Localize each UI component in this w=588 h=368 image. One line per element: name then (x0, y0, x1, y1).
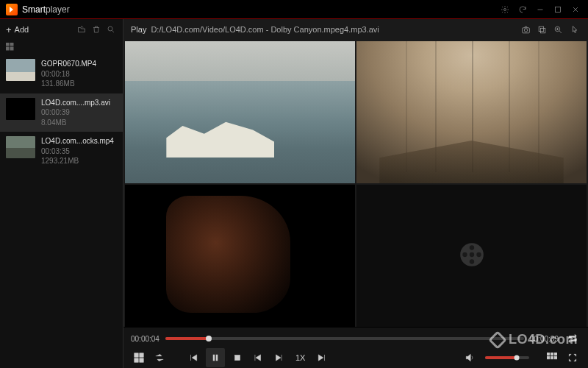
playlist-item[interactable]: GOPR0670.MP4 00:00:18 131.86MB (0, 54, 123, 93)
copy-icon[interactable] (535, 23, 548, 36)
playlist-item-duration: 00:00:18 (41, 69, 96, 79)
video-grid (123, 40, 588, 327)
playlist-item[interactable]: LO4D.com...ocks.mp4 00:03:35 1293.21MB (0, 132, 123, 171)
svg-rect-1 (556, 7, 561, 12)
prev-button[interactable] (185, 350, 201, 366)
import-folder-icon[interactable] (76, 24, 87, 35)
svg-rect-4 (10, 43, 13, 46)
transport-bar: 00:00:04 00:00:39 1X (123, 327, 588, 368)
video-cell-3[interactable] (125, 185, 355, 327)
playlist-thumb (6, 136, 35, 158)
maximize-button[interactable] (551, 3, 564, 16)
settings-icon[interactable] (498, 3, 512, 16)
close-button[interactable] (569, 3, 582, 16)
playlist-sidebar: + Add GOPR0670.MP4 00:00:18 131.86MB LO4… (0, 19, 123, 368)
svg-rect-29 (551, 356, 553, 359)
svg-rect-24 (235, 355, 240, 360)
seek-slider[interactable] (165, 337, 524, 340)
svg-rect-25 (547, 353, 550, 355)
camera-icon[interactable] (519, 23, 532, 36)
svg-point-8 (524, 28, 527, 31)
playlist-thumb (6, 98, 35, 120)
playlist-item-duration: 00:00:39 (41, 107, 110, 118)
play-label: Play (131, 25, 146, 34)
speed-indicator[interactable]: 1X (291, 353, 309, 362)
playlist-item[interactable]: LO4D.com....mp3.avi 00:00:39 8.04MB (0, 93, 123, 132)
svg-rect-5 (6, 47, 9, 50)
pause-button[interactable] (206, 348, 225, 367)
svg-rect-22 (213, 355, 215, 361)
svg-rect-20 (135, 358, 138, 361)
svg-point-0 (504, 8, 506, 10)
svg-rect-6 (10, 47, 13, 50)
layout-icon[interactable] (131, 350, 147, 366)
time-total: 00:00:39 (530, 335, 559, 343)
svg-rect-18 (135, 353, 138, 356)
frame-back-button[interactable] (250, 350, 266, 366)
app-title: Smartplayer (22, 4, 70, 15)
time-current: 00:00:04 (131, 335, 159, 343)
svg-rect-9 (540, 28, 545, 33)
frame-fwd-button[interactable] (270, 350, 287, 366)
svg-point-13 (469, 245, 473, 250)
refresh-icon[interactable] (516, 3, 529, 16)
playlist-item-duration: 00:03:35 (41, 146, 114, 157)
film-reel-icon (458, 241, 486, 272)
add-button[interactable]: + Add (6, 24, 29, 35)
svg-rect-10 (539, 26, 544, 32)
app-title-thin: player (46, 4, 70, 15)
svg-rect-19 (140, 353, 143, 356)
add-label: Add (15, 25, 29, 34)
video-cell-1[interactable] (125, 41, 355, 183)
multiview-icon[interactable] (544, 350, 560, 366)
fullscreen-icon[interactable] (564, 350, 581, 366)
playlist-item-size: 8.04MB (41, 118, 110, 128)
svg-rect-27 (555, 353, 558, 355)
svg-point-15 (462, 252, 467, 256)
zoom-icon[interactable] (551, 23, 564, 36)
trash-icon[interactable] (90, 24, 102, 35)
info-bar: Play D:/LO4D.com/Video/LO4D.com - Dolby … (123, 19, 588, 40)
svg-rect-26 (551, 353, 553, 355)
playlist-item-name: LO4D.com....mp3.avi (41, 98, 110, 108)
plus-icon: + (6, 24, 12, 35)
stop-button[interactable] (229, 350, 245, 366)
svg-point-14 (469, 259, 473, 263)
playlist-item-size: 131.86MB (41, 79, 96, 89)
app-logo-icon (6, 4, 18, 15)
search-icon[interactable] (105, 24, 117, 35)
playlist-item-name: LO4D.com...ocks.mp4 (41, 136, 114, 146)
app-title-bold: Smart (22, 4, 46, 15)
svg-rect-30 (555, 356, 558, 359)
file-path: D:/LO4D.com/Video/LO4D.com - Dolby Canyo… (151, 25, 379, 34)
volume-icon[interactable] (462, 350, 478, 366)
volume-slider[interactable] (485, 356, 529, 359)
next-button[interactable] (314, 350, 330, 366)
svg-rect-23 (216, 355, 218, 361)
svg-point-16 (476, 252, 481, 256)
svg-rect-3 (6, 43, 9, 46)
repeat-icon[interactable] (564, 330, 581, 347)
sync-icon[interactable] (151, 350, 168, 366)
playlist-thumb (6, 59, 35, 81)
svg-point-2 (108, 26, 112, 31)
playlist-item-name: GOPR0670.MP4 (41, 59, 96, 69)
svg-rect-28 (547, 356, 550, 359)
svg-rect-21 (140, 358, 143, 361)
titlebar: Smartplayer (0, 0, 588, 19)
video-cell-2[interactable] (356, 41, 587, 183)
playlist-item-size: 1293.21MB (41, 156, 114, 166)
svg-point-17 (469, 252, 473, 256)
view-grid-icon[interactable] (0, 40, 123, 54)
video-cell-4[interactable] (356, 185, 587, 327)
minimize-button[interactable] (534, 3, 547, 16)
pointer-icon[interactable] (567, 23, 581, 36)
